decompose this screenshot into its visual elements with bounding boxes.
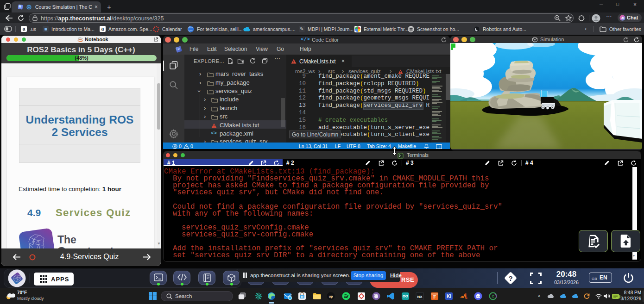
svg-text:C: C bbox=[492, 295, 494, 298]
svg-text:NX: NX bbox=[417, 295, 423, 299]
svg-text:?: ? bbox=[508, 274, 512, 282]
svg-text:Ki: Ki bbox=[447, 294, 451, 299]
svg-text:up: up bbox=[329, 295, 333, 298]
svg-text:F: F bbox=[433, 294, 436, 299]
